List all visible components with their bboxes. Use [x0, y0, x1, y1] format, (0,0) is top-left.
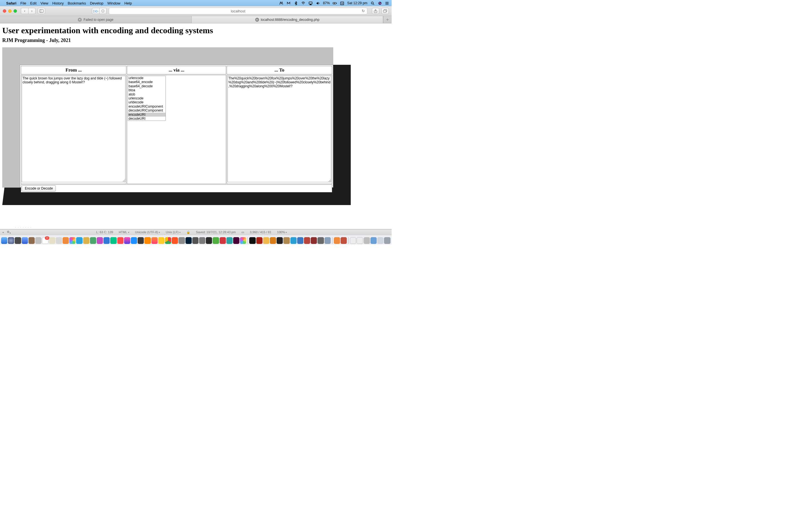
dock-app-icon[interactable]: [290, 237, 297, 244]
dock-app-icon[interactable]: [15, 237, 21, 244]
notification-center-icon[interactable]: [385, 1, 389, 5]
via-option[interactable]: base64_decode: [128, 84, 165, 88]
status-gear-icon[interactable]: ⚙︎▾: [7, 230, 11, 234]
menu-edit[interactable]: Edit: [30, 1, 36, 5]
via-option[interactable]: urlencode: [128, 96, 165, 100]
dock-folder-icon[interactable]: [364, 237, 370, 244]
dock-terminal-icon[interactable]: [206, 237, 212, 244]
menu-file[interactable]: File: [20, 1, 26, 5]
browser-tab-localhost[interactable]: m localhost:8888/encoding_decoding.php: [192, 16, 384, 23]
dock-folder-icon[interactable]: [370, 237, 377, 244]
status-zoom[interactable]: 100%: [277, 230, 287, 234]
dock-app-icon[interactable]: [35, 237, 42, 244]
dock-app-icon[interactable]: [110, 237, 116, 244]
dock-mamp-icon[interactable]: [179, 237, 185, 244]
status-line-endings[interactable]: Unix (LF): [166, 230, 181, 234]
nav-forward-button[interactable]: ›: [28, 8, 36, 14]
window-close-button[interactable]: [3, 9, 6, 13]
volume-icon[interactable]: [316, 1, 320, 5]
dock-app-icon[interactable]: [49, 237, 55, 244]
dock-itunes-icon[interactable]: [124, 237, 130, 244]
new-tab-button[interactable]: +: [383, 16, 392, 23]
dock-photos-icon[interactable]: [69, 237, 75, 244]
dock-app-icon[interactable]: [283, 237, 290, 244]
menu-window[interactable]: Window: [107, 1, 120, 5]
dock-app-icon[interactable]: [311, 237, 317, 244]
reload-icon[interactable]: ↻: [362, 9, 365, 13]
dock-filezilla-icon[interactable]: [256, 237, 262, 244]
browser-tab-failed[interactable]: ✕ Failed to open page: [0, 16, 192, 23]
tabs-overview-button[interactable]: [382, 8, 389, 14]
m-icon[interactable]: [287, 1, 291, 5]
dock-app-icon[interactable]: [158, 237, 164, 244]
dock-document-icon[interactable]: [357, 237, 363, 244]
dock-app-icon[interactable]: [304, 237, 310, 244]
status-lock-icon[interactable]: 🔒: [186, 230, 190, 234]
share-button[interactable]: [372, 8, 379, 14]
dock-dictionary-icon[interactable]: [341, 237, 347, 244]
dock-document-icon[interactable]: [350, 237, 356, 244]
to-textarea[interactable]: [227, 76, 331, 182]
sidebar-toggle-button[interactable]: [38, 8, 45, 14]
dock-app-icon[interactable]: [297, 237, 303, 244]
menu-bookmarks[interactable]: Bookmarks: [68, 1, 86, 5]
menu-develop[interactable]: Develop: [90, 1, 103, 5]
dock-finder-icon[interactable]: [1, 237, 7, 244]
status-language[interactable]: HTML: [119, 230, 129, 234]
dock-app-icon[interactable]: [103, 237, 110, 244]
via-select[interactable]: urlencodebase64_encodebase64_decodebtoaa…: [128, 76, 166, 121]
via-option[interactable]: atob: [128, 93, 165, 96]
dock-xd-icon[interactable]: [233, 237, 239, 244]
menu-help[interactable]: Help: [124, 1, 132, 5]
dock-calendar-icon[interactable]: [42, 237, 48, 244]
dock-safari-icon[interactable]: [8, 237, 14, 244]
dock-app-icon[interactable]: [117, 237, 123, 244]
dock-app-icon[interactable]: [270, 237, 276, 244]
wifi-icon[interactable]: [301, 1, 306, 5]
spotlight-icon[interactable]: [370, 1, 375, 5]
status-add-icon[interactable]: +: [2, 231, 4, 234]
via-option[interactable]: urlencode: [128, 76, 165, 80]
mamp-icon[interactable]: [279, 1, 284, 5]
dock-display-icon[interactable]: [377, 237, 384, 244]
airplay-icon[interactable]: [308, 1, 313, 5]
dock-app-icon[interactable]: [226, 237, 233, 244]
dock-app-icon[interactable]: [172, 237, 178, 244]
dock-app-icon[interactable]: [220, 237, 226, 244]
from-textarea[interactable]: [22, 76, 125, 182]
battery-icon[interactable]: [333, 1, 337, 5]
dock-mail-icon[interactable]: [22, 237, 28, 244]
dock-app-icon[interactable]: [138, 237, 144, 244]
window-zoom-button[interactable]: [13, 9, 17, 13]
dock-app-icon[interactable]: [83, 237, 89, 244]
privacy-shield-button[interactable]: [99, 8, 107, 14]
dock-app-icon[interactable]: [263, 237, 269, 244]
via-option[interactable]: urldecode: [128, 100, 165, 104]
siri-icon[interactable]: [377, 1, 382, 5]
dock-ibooks-icon[interactable]: [334, 237, 340, 244]
dock-app-icon[interactable]: [240, 237, 246, 244]
skip-forward-button[interactable]: ▷▷: [92, 8, 99, 14]
dock-trash-icon[interactable]: [384, 237, 390, 244]
dock-appstore-icon[interactable]: [131, 237, 137, 244]
nav-back-button[interactable]: ‹: [21, 8, 28, 14]
bluetooth-icon[interactable]: [294, 1, 298, 5]
dock-app-icon[interactable]: [249, 237, 255, 244]
menubar-app-name[interactable]: Safari: [6, 1, 16, 5]
dock-app-icon[interactable]: [317, 237, 324, 244]
dock-app-icon[interactable]: [324, 237, 331, 244]
via-option[interactable]: base64_encode: [128, 80, 165, 84]
dock-app-icon[interactable]: [97, 237, 103, 244]
menubar-clock[interactable]: Sat 12:29 pm: [347, 1, 367, 5]
dock-app-icon[interactable]: [29, 237, 35, 244]
address-bar[interactable]: localhost ↻: [109, 8, 367, 14]
via-option[interactable]: encodeURI: [128, 113, 165, 117]
dock-photoshop-icon[interactable]: [186, 237, 192, 244]
dock-app-icon[interactable]: [199, 237, 205, 244]
encode-decode-button[interactable]: Encode or Decode: [22, 185, 56, 191]
window-minimize-button[interactable]: [8, 9, 11, 13]
menu-history[interactable]: History: [52, 1, 63, 5]
via-option[interactable]: decodeURIComponent: [128, 108, 165, 112]
date-icon[interactable]: 30: [340, 1, 345, 5]
dock-firefox-icon[interactable]: [151, 237, 158, 244]
